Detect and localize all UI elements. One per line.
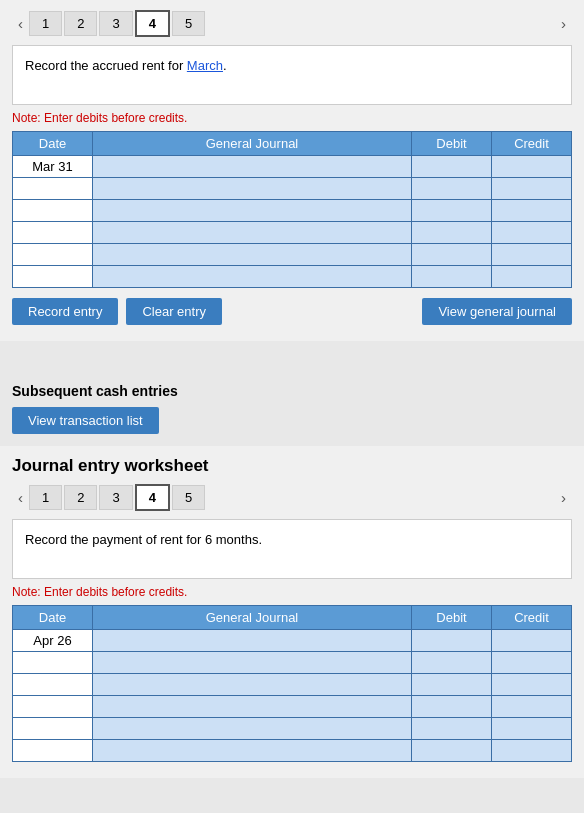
credit-input-1-1[interactable] [496,160,567,174]
tab-1-item-2[interactable]: 2 [64,11,97,36]
debit-input-cell-1-5[interactable] [412,244,492,266]
credit-input-2-4[interactable] [496,700,567,714]
section1-wrapper: ‹ 1 2 3 4 5 › Record the accrued rent fo… [0,0,584,341]
journal-input-2-1[interactable] [97,634,407,648]
journal-input-2-4[interactable] [97,700,407,714]
debit-input-2-2[interactable] [416,656,487,670]
journal-input-1-1[interactable] [97,160,407,174]
debit-input-cell-2-6[interactable] [412,740,492,762]
credit-input-cell-2-4[interactable] [492,696,572,718]
view-general-journal-button-1[interactable]: View general journal [422,298,572,325]
journal-input-cell-1-5[interactable] [93,244,412,266]
credit-input-cell-2-1[interactable] [492,630,572,652]
credit-input-2-5[interactable] [496,722,567,736]
tab-2-item-5[interactable]: 5 [172,485,205,510]
tab-prev-arrow-2[interactable]: ‹ [12,487,29,508]
tab-1-item-4[interactable]: 4 [135,10,170,37]
credit-input-2-6[interactable] [496,744,567,758]
journal-input-1-3[interactable] [97,204,407,218]
debit-input-cell-2-3[interactable] [412,674,492,696]
debit-input-1-4[interactable] [416,226,487,240]
debit-input-1-5[interactable] [416,248,487,262]
journal-input-1-4[interactable] [97,226,407,240]
journal-input-cell-2-4[interactable] [93,696,412,718]
journal-input-cell-2-5[interactable] [93,718,412,740]
debit-input-1-1[interactable] [416,160,487,174]
date-cell-2-4 [13,696,93,718]
tab-next-arrow-1[interactable]: › [555,13,572,34]
date-cell-1-5 [13,244,93,266]
debit-input-cell-1-2[interactable] [412,178,492,200]
journal-input-cell-2-1[interactable] [93,630,412,652]
credit-input-cell-2-3[interactable] [492,674,572,696]
instruction-highlight-1: March [187,58,223,73]
journal-input-cell-1-3[interactable] [93,200,412,222]
tab-next-arrow-2[interactable]: › [555,487,572,508]
journal-input-1-6[interactable] [97,270,407,284]
tab-2-item-1[interactable]: 1 [29,485,62,510]
credit-input-2-2[interactable] [496,656,567,670]
credit-input-cell-1-2[interactable] [492,178,572,200]
table-row [13,696,572,718]
tab-2-item-4[interactable]: 4 [135,484,170,511]
journal-input-2-6[interactable] [97,744,407,758]
credit-input-2-3[interactable] [496,678,567,692]
debit-input-cell-1-6[interactable] [412,266,492,288]
credit-input-cell-1-5[interactable] [492,244,572,266]
journal-input-cell-1-6[interactable] [93,266,412,288]
credit-input-cell-1-6[interactable] [492,266,572,288]
journal-input-2-3[interactable] [97,678,407,692]
date-cell-2-3 [13,674,93,696]
journal-input-cell-2-6[interactable] [93,740,412,762]
credit-input-cell-2-6[interactable] [492,740,572,762]
journal-input-cell-1-1[interactable] [93,156,412,178]
journal-input-1-5[interactable] [97,248,407,262]
credit-input-2-1[interactable] [496,634,567,648]
debit-input-cell-2-1[interactable] [412,630,492,652]
credit-input-cell-2-5[interactable] [492,718,572,740]
debit-input-cell-1-4[interactable] [412,222,492,244]
journal-input-cell-1-2[interactable] [93,178,412,200]
view-transaction-list-button[interactable]: View transaction list [12,407,159,434]
journal-input-cell-2-2[interactable] [93,652,412,674]
credit-input-1-2[interactable] [496,182,567,196]
record-entry-button-1[interactable]: Record entry [12,298,118,325]
credit-input-cell-1-3[interactable] [492,200,572,222]
journal-input-2-2[interactable] [97,656,407,670]
debit-input-cell-1-1[interactable] [412,156,492,178]
credit-input-1-4[interactable] [496,226,567,240]
debit-input-cell-1-3[interactable] [412,200,492,222]
journal-input-cell-1-4[interactable] [93,222,412,244]
table-row [13,200,572,222]
debit-input-1-3[interactable] [416,204,487,218]
debit-input-2-3[interactable] [416,678,487,692]
credit-input-1-6[interactable] [496,270,567,284]
credit-input-1-3[interactable] [496,204,567,218]
debit-input-cell-2-5[interactable] [412,718,492,740]
tab-prev-arrow-1[interactable]: ‹ [12,13,29,34]
journal-input-2-5[interactable] [97,722,407,736]
debit-input-1-2[interactable] [416,182,487,196]
tab-1-item-3[interactable]: 3 [99,11,132,36]
journal-input-1-2[interactable] [97,182,407,196]
debit-input-2-5[interactable] [416,722,487,736]
debit-input-cell-2-2[interactable] [412,652,492,674]
debit-input-2-6[interactable] [416,744,487,758]
clear-entry-button-1[interactable]: Clear entry [126,298,222,325]
credit-input-cell-1-1[interactable] [492,156,572,178]
debit-input-cell-2-4[interactable] [412,696,492,718]
debit-input-2-4[interactable] [416,700,487,714]
tab-1-item-5[interactable]: 5 [172,11,205,36]
credit-input-cell-2-2[interactable] [492,652,572,674]
tab-2-item-2[interactable]: 2 [64,485,97,510]
col-header-journal-2: General Journal [93,606,412,630]
journal-input-cell-2-3[interactable] [93,674,412,696]
credit-input-cell-1-4[interactable] [492,222,572,244]
subsequent-header: Subsequent cash entries View transaction… [0,371,584,442]
debit-input-2-1[interactable] [416,634,487,648]
table-row [13,266,572,288]
debit-input-1-6[interactable] [416,270,487,284]
tab-2-item-3[interactable]: 3 [99,485,132,510]
credit-input-1-5[interactable] [496,248,567,262]
tab-1-item-1[interactable]: 1 [29,11,62,36]
